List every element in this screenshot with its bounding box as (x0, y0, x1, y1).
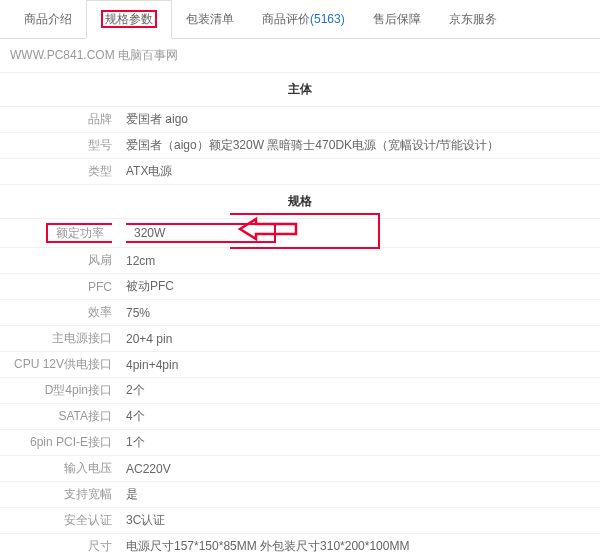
table-row: 输入电压AC220V (0, 456, 600, 482)
table-row: 6pin PCI-E接口1个 (0, 430, 600, 456)
tab-jd-service[interactable]: 京东服务 (435, 1, 511, 38)
spec-key: 支持宽幅 (0, 482, 120, 508)
spec-key: 输入电压 (0, 456, 120, 482)
spec-value: AC220V (120, 456, 600, 482)
section-header-body: 主体 (0, 73, 600, 107)
table-row: 尺寸电源尺寸157*150*85MM 外包装尺寸310*200*100MM (0, 534, 600, 556)
spec-key: 效率 (0, 300, 120, 326)
spec-key: 主电源接口 (0, 326, 120, 352)
spec-key: 尺寸 (0, 534, 120, 556)
spec-key: 类型 (0, 159, 120, 185)
spec-key: CPU 12V供电接口 (0, 352, 120, 378)
tab-spec-highlight: 规格参数 (101, 10, 157, 28)
spec-key: 安全认证 (0, 508, 120, 534)
spec-value: 4pin+4pin (120, 352, 600, 378)
arrow-left-icon (230, 213, 380, 249)
spec-key: PFC (0, 274, 120, 300)
table-row: 型号爱国者（aigo）额定320W 黑暗骑士470DK电源（宽幅设计/节能设计） (0, 133, 600, 159)
body-table: 品牌爱国者 aigo 型号爱国者（aigo）额定320W 黑暗骑士470DK电源… (0, 107, 600, 185)
table-row: 额定功率 320W (0, 219, 600, 248)
table-row: 安全认证3C认证 (0, 508, 600, 534)
spec-table: 额定功率 320W 风扇12cm PFC被动PFC 效率75% 主电源接口20+… (0, 219, 600, 555)
spec-value: 电源尺寸157*150*85MM 外包装尺寸310*200*100MM (120, 534, 600, 556)
tab-after-sale[interactable]: 售后保障 (359, 1, 435, 38)
spec-value: 3C认证 (120, 508, 600, 534)
spec-value: 12cm (120, 248, 600, 274)
table-row: 类型ATX电源 (0, 159, 600, 185)
spec-key: SATA接口 (0, 404, 120, 430)
spec-value: 2个 (120, 378, 600, 404)
spec-value: 20+4 pin (120, 326, 600, 352)
spec-value: 1个 (120, 430, 600, 456)
spec-key: D型4pin接口 (0, 378, 120, 404)
tab-spec[interactable]: 规格参数 (86, 0, 172, 39)
table-row: 主电源接口20+4 pin (0, 326, 600, 352)
review-count: (5163) (310, 12, 345, 26)
spec-value: 爱国者（aigo）额定320W 黑暗骑士470DK电源（宽幅设计/节能设计） (120, 133, 600, 159)
tab-package[interactable]: 包装清单 (172, 1, 248, 38)
spec-value: 被动PFC (120, 274, 600, 300)
highlight-box: 额定功率 (46, 223, 112, 243)
table-row: 支持宽幅是 (0, 482, 600, 508)
spec-key: 6pin PCI-E接口 (0, 430, 120, 456)
table-row: 效率75% (0, 300, 600, 326)
spec-key: 型号 (0, 133, 120, 159)
table-row: CPU 12V供电接口4pin+4pin (0, 352, 600, 378)
source-line: WWW.PC841.COM 电脑百事网 (0, 39, 600, 73)
product-tabs: 商品介绍 规格参数 包装清单 商品评价(5163) 售后保障 京东服务 (0, 0, 600, 39)
spec-value: 爱国者 aigo (120, 107, 600, 133)
spec-key: 额定功率 (0, 219, 120, 248)
tab-reviews[interactable]: 商品评价(5163) (248, 1, 359, 38)
table-row: D型4pin接口2个 (0, 378, 600, 404)
spec-value: 320W (120, 219, 600, 248)
spec-value: 是 (120, 482, 600, 508)
spec-value: ATX电源 (120, 159, 600, 185)
spec-value: 4个 (120, 404, 600, 430)
spec-key: 品牌 (0, 107, 120, 133)
table-row: 品牌爱国者 aigo (0, 107, 600, 133)
table-row: PFC被动PFC (0, 274, 600, 300)
spec-key: 风扇 (0, 248, 120, 274)
spec-value: 75% (120, 300, 600, 326)
tab-intro[interactable]: 商品介绍 (10, 1, 86, 38)
table-row: SATA接口4个 (0, 404, 600, 430)
table-row: 风扇12cm (0, 248, 600, 274)
